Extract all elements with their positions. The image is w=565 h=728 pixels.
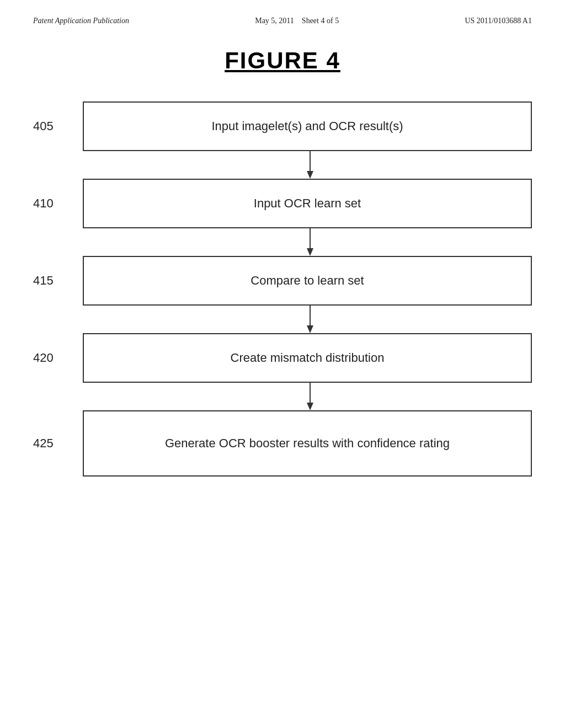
svg-marker-7 bbox=[307, 403, 313, 410]
step-415-text: Compare to learn set bbox=[250, 274, 364, 288]
step-410-label: 410 bbox=[33, 196, 83, 211]
svg-marker-3 bbox=[307, 248, 313, 256]
flow-step-405: 405 Input imagelet(s) and OCR result(s) bbox=[33, 101, 532, 151]
arrow-2-svg bbox=[305, 228, 316, 256]
step-425-text: Generate OCR booster results with confid… bbox=[165, 436, 450, 451]
flow-step-425: 425 Generate OCR booster results with co… bbox=[33, 410, 532, 477]
figure-title-container: FIGURE 4 bbox=[0, 47, 565, 74]
arrow-3 bbox=[88, 306, 532, 333]
svg-marker-1 bbox=[307, 171, 313, 179]
step-425-label: 425 bbox=[33, 436, 83, 451]
step-420-label: 420 bbox=[33, 351, 83, 365]
flow-step-410: 410 Input OCR learn set bbox=[33, 179, 532, 228]
arrow-1 bbox=[88, 151, 532, 179]
step-420-text: Create mismatch distribution bbox=[231, 351, 385, 365]
step-425-box: Generate OCR booster results with confid… bbox=[83, 410, 532, 477]
figure-title: FIGURE 4 bbox=[0, 47, 565, 74]
step-410-text: Input OCR learn set bbox=[254, 196, 361, 211]
page-header: Patent Application Publication May 5, 20… bbox=[0, 0, 565, 31]
header-publication-label: Patent Application Publication bbox=[33, 17, 129, 25]
step-405-label: 405 bbox=[33, 119, 83, 133]
header-date-sheet: May 5, 2011 Sheet 4 of 5 bbox=[255, 17, 339, 25]
step-420-box: Create mismatch distribution bbox=[83, 333, 532, 383]
step-405-box: Input imagelet(s) and OCR result(s) bbox=[83, 101, 532, 151]
step-415-label: 415 bbox=[33, 274, 83, 288]
step-405-text: Input imagelet(s) and OCR result(s) bbox=[211, 119, 403, 133]
header-date: May 5, 2011 bbox=[255, 17, 294, 25]
flow-step-420: 420 Create mismatch distribution bbox=[33, 333, 532, 383]
arrow-1-svg bbox=[305, 151, 316, 179]
arrow-2 bbox=[88, 228, 532, 256]
step-410-box: Input OCR learn set bbox=[83, 179, 532, 228]
header-patent-number: US 2011/0103688 A1 bbox=[465, 17, 532, 25]
svg-marker-5 bbox=[307, 325, 313, 333]
step-415-box: Compare to learn set bbox=[83, 256, 532, 306]
arrow-3-svg bbox=[305, 306, 316, 333]
flow-step-415: 415 Compare to learn set bbox=[33, 256, 532, 306]
flowchart: 405 Input imagelet(s) and OCR result(s) … bbox=[0, 101, 565, 477]
arrow-4 bbox=[88, 383, 532, 410]
header-sheet: Sheet 4 of 5 bbox=[302, 17, 339, 25]
arrow-4-svg bbox=[305, 383, 316, 410]
